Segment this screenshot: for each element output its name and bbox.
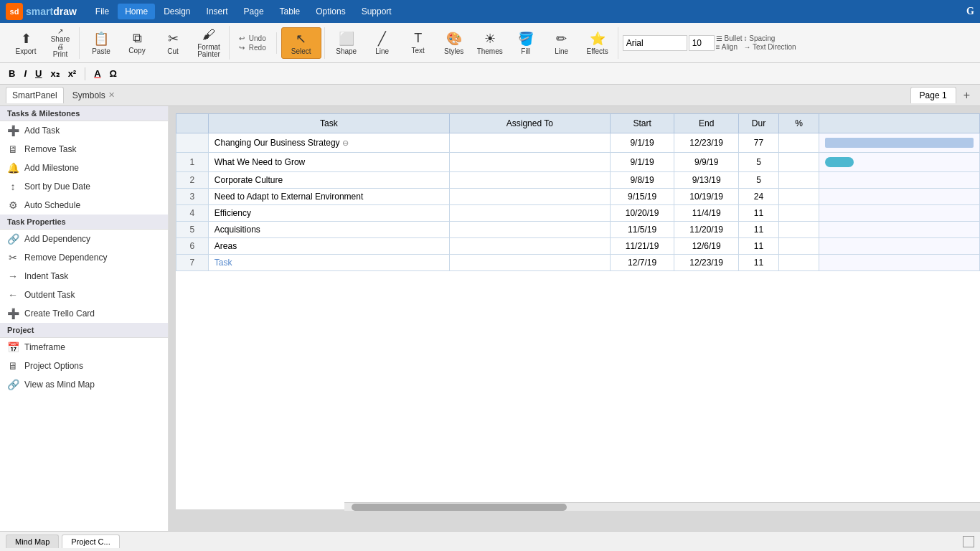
add-milestone-item[interactable]: 🔔 Add Milestone (0, 159, 168, 177)
paste-icon: 📋 (93, 31, 109, 47)
menu-design[interactable]: Design (156, 4, 197, 19)
share-button[interactable]: ↗ Share (44, 28, 76, 42)
duration-cell: 5 (738, 172, 778, 189)
task-name-cell[interactable]: Efficiency (208, 205, 449, 222)
export-button[interactable]: ⬆ Export (9, 27, 43, 59)
redo-button[interactable]: ↪ Redo (237, 43, 270, 52)
styles-button[interactable]: 🎨 Styles (437, 27, 471, 59)
end-date-cell: 11/4/19 (674, 205, 739, 222)
smart-panel-tab[interactable]: SmartPanel (6, 87, 64, 103)
end-date-cell: 10/19/19 (674, 189, 739, 205)
task-name-cell[interactable]: What We Need to Grow (208, 153, 449, 172)
sort-due-date-item[interactable]: ↕ Sort by Due Date (0, 177, 168, 196)
font-color-button[interactable]: A (91, 67, 103, 80)
outdent-task-item[interactable]: ← Outdent Task (0, 286, 168, 304)
tab-bar: SmartPanel Symbols ✕ Page 1 + (0, 85, 980, 106)
remove-task-item[interactable]: 🖥 Remove Task (0, 140, 168, 159)
mind-map-tab[interactable]: Mind Map (6, 534, 59, 548)
col-pct-header: % (778, 114, 819, 133)
print-icon: 🖨 (57, 42, 64, 50)
bold-button[interactable]: B (6, 67, 18, 80)
subscript-button[interactable]: x₂ (47, 67, 62, 80)
special-char-button[interactable]: Ω (107, 67, 120, 80)
font-size-input[interactable] (689, 35, 715, 51)
menu-file[interactable]: File (88, 4, 116, 19)
project-section-header: Project (0, 323, 168, 338)
col-task-header: Task (208, 114, 449, 133)
undo-button[interactable]: ↩ Undo (237, 34, 270, 43)
row-num-cell: 4 (176, 205, 209, 222)
add-task-item[interactable]: ➕ Add Task (0, 121, 168, 140)
col-assigned-header: Assigned To (449, 114, 610, 133)
add-dependency-item[interactable]: 🔗 Add Dependency (0, 230, 168, 248)
copy-button[interactable]: ⧉ Copy (120, 27, 154, 59)
create-trello-card-item[interactable]: ➕ Create Trello Card (0, 304, 168, 323)
task-name-cell[interactable]: Task (208, 255, 449, 271)
row-num-cell: 3 (176, 189, 209, 205)
text-button[interactable]: T Text (401, 27, 435, 59)
italic-button[interactable]: I (21, 67, 29, 80)
menu-options[interactable]: Options (308, 4, 352, 19)
close-symbols-tab[interactable]: ✕ (108, 90, 115, 100)
main-area: Tasks & Milestones ➕ Add Task 🖥 Remove T… (0, 106, 980, 531)
project-c-tab[interactable]: Project C... (62, 534, 119, 548)
indent-task-item[interactable]: → Indent Task (0, 267, 168, 286)
task-name-cell[interactable]: Corporate Culture (208, 172, 449, 189)
assigned-to-cell (449, 222, 610, 238)
end-date-cell: 9/13/19 (674, 172, 739, 189)
col-num-header (176, 114, 209, 133)
fill-button[interactable]: 🪣 Fill (509, 27, 543, 59)
line-button[interactable]: ╱ Line (365, 27, 400, 59)
project-options-item[interactable]: 🖥 Project Options (0, 357, 168, 375)
task-name-cell[interactable]: Changing Our Business Strategy ⊖ (208, 133, 449, 153)
remove-dependency-item[interactable]: ✂ Remove Dependency (0, 248, 168, 267)
menu-support[interactable]: Support (354, 4, 399, 19)
google-icon: G (966, 6, 974, 17)
view-mind-map-item[interactable]: 🔗 View as Mind Map (0, 375, 168, 394)
line2-button[interactable]: ✏ Line (545, 27, 579, 59)
superscript-button[interactable]: x² (65, 67, 80, 80)
symbols-tab[interactable]: Symbols ✕ (67, 88, 121, 103)
col-gantt-header (819, 114, 979, 133)
canvas-inner[interactable]: Task Assigned To Start End Dur % Changin… (176, 113, 980, 509)
end-date-cell: 12/23/19 (674, 133, 739, 153)
col-dur-header: Dur (738, 114, 778, 133)
line2-icon: ✏ (556, 31, 567, 47)
paste-button[interactable]: 📋 Paste (84, 27, 118, 59)
format-painter-button[interactable]: 🖌 Format Painter (192, 26, 226, 60)
horizontal-scrollbar[interactable] (344, 502, 980, 511)
menu-home[interactable]: Home (118, 4, 155, 19)
auto-schedule-icon: ⚙ (7, 199, 19, 211)
end-date-cell: 12/23/19 (674, 255, 739, 271)
row-num-cell: 6 (176, 238, 209, 255)
select-button[interactable]: ↖ Select (281, 27, 321, 59)
row-num-cell: 2 (176, 172, 209, 189)
gantt-bar-cell (819, 205, 979, 222)
table-row: 5Acquisitions11/5/1911/20/1911 (176, 222, 980, 238)
table-row: Changing Our Business Strategy ⊖9/1/1912… (176, 133, 980, 153)
timeframe-item[interactable]: 📅 Timeframe (0, 338, 168, 357)
font-family-input[interactable] (623, 35, 687, 51)
print-button[interactable]: 🖨 Print (44, 43, 76, 57)
assigned-to-cell (449, 172, 610, 189)
pct-cell (778, 189, 819, 205)
cut-button[interactable]: ✂ Cut (156, 27, 190, 59)
add-page-button[interactable]: + (959, 88, 974, 103)
menu-insert[interactable]: Insert (199, 4, 235, 19)
task-name-cell[interactable]: Areas (208, 238, 449, 255)
menu-table[interactable]: Table (273, 4, 308, 19)
menu-page[interactable]: Page (237, 4, 271, 19)
add-dep-icon: 🔗 (7, 233, 19, 245)
scrollbar-thumb[interactable] (352, 504, 567, 511)
effects-button[interactable]: ⭐ Effects (580, 27, 615, 59)
auto-schedule-item[interactable]: ⚙ Auto Schedule (0, 196, 168, 215)
spacing-textdir-group: ↕ Spacing → Text Direction (743, 34, 796, 51)
duration-cell: 5 (738, 153, 778, 172)
underline-button[interactable]: U (32, 67, 44, 80)
themes-button[interactable]: ☀ Themes (473, 27, 507, 59)
task-name-cell[interactable]: Acquisitions (208, 222, 449, 238)
collapse-btn[interactable]: ⊖ (342, 138, 349, 147)
page1-tab[interactable]: Page 1 (910, 87, 956, 103)
shape-button[interactable]: ⬜ Shape (329, 27, 364, 59)
task-name-cell[interactable]: Need to Adapt to External Environment (208, 189, 449, 205)
